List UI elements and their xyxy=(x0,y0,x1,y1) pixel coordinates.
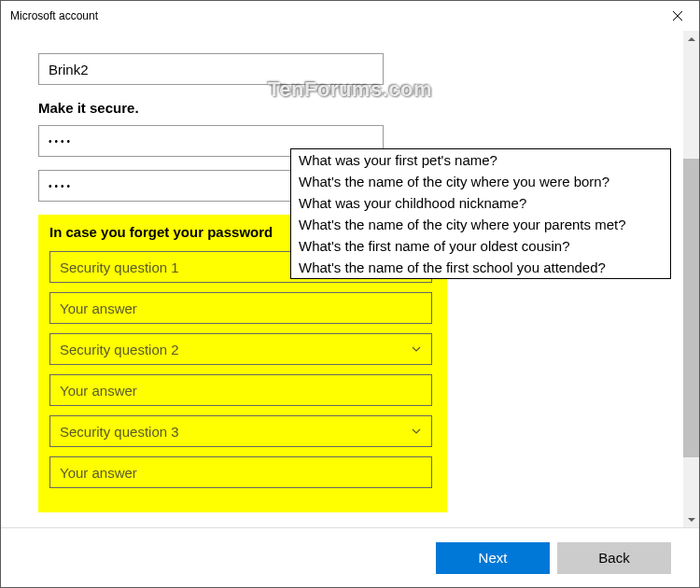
select-placeholder: Security question 2 xyxy=(60,342,179,357)
window-title: Microsoft account xyxy=(10,9,98,22)
input-placeholder: Your answer xyxy=(60,383,137,399)
security-question-2-select[interactable]: Security question 2 xyxy=(49,333,432,365)
dropdown-option[interactable]: What's the name of the city where your p… xyxy=(291,214,670,235)
chevron-up-icon xyxy=(688,37,695,41)
chevron-down-icon xyxy=(411,426,422,437)
close-icon xyxy=(673,11,682,21)
back-button[interactable]: Back xyxy=(557,542,671,574)
dropdown-option[interactable]: What was your first pet's name? xyxy=(291,149,670,171)
scrollbar-down-arrow[interactable] xyxy=(683,511,699,527)
security-answer-2-input[interactable]: Your answer xyxy=(49,374,432,406)
input-placeholder: Your answer xyxy=(60,465,137,481)
select-placeholder: Security question 3 xyxy=(60,424,179,440)
scroll-area: Make it secure. •••• •••• In case you fo… xyxy=(38,53,643,527)
dropdown-option[interactable]: What's the first name of your oldest cou… xyxy=(291,235,670,257)
chevron-down-icon xyxy=(688,518,695,522)
vertical-scrollbar[interactable] xyxy=(683,31,699,527)
titlebar: Microsoft account xyxy=(1,1,699,31)
next-button[interactable]: Next xyxy=(436,542,550,574)
scrollbar-track[interactable] xyxy=(683,47,699,511)
password-mask: •••• xyxy=(49,136,73,147)
input-placeholder: Your answer xyxy=(60,301,137,316)
scrollbar-thumb[interactable] xyxy=(683,159,699,457)
security-answer-1-input[interactable]: Your answer xyxy=(49,292,432,324)
dropdown-option[interactable]: What's the name of the first school you … xyxy=(291,257,670,278)
secure-heading: Make it secure. xyxy=(38,100,643,116)
chevron-down-icon xyxy=(411,343,422,355)
content-area: Make it secure. •••• •••• In case you fo… xyxy=(1,31,699,527)
security-answer-3-input[interactable]: Your answer xyxy=(49,456,432,488)
security-question-dropdown: What was your first pet's name? What's t… xyxy=(290,148,671,279)
dropdown-option[interactable]: What's the name of the city where you we… xyxy=(291,171,670,192)
username-input[interactable] xyxy=(38,53,384,85)
scrollbar-up-arrow[interactable] xyxy=(683,31,699,47)
password-mask: •••• xyxy=(49,181,73,191)
dialog-footer: Next Back xyxy=(1,527,699,587)
close-button[interactable] xyxy=(656,1,699,31)
security-question-3-select[interactable]: Security question 3 xyxy=(49,415,432,447)
dialog-window: Microsoft account Make it secure. •••• •… xyxy=(0,0,700,588)
dropdown-option[interactable]: What was your childhood nickname? xyxy=(291,192,670,214)
select-placeholder: Security question 1 xyxy=(60,259,179,275)
